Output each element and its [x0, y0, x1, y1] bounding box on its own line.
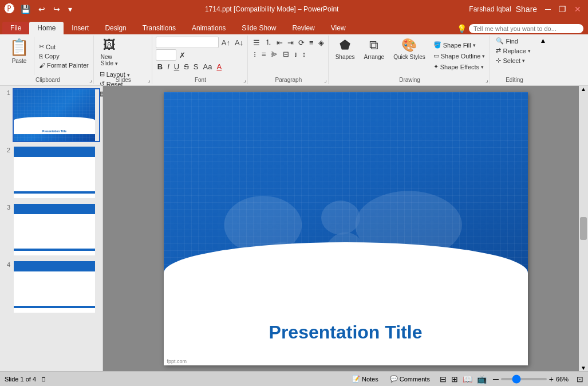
- slide-thumb-1[interactable]: Presentation Title: [13, 88, 100, 142]
- shapes-button[interactable]: ⬟ Shapes: [332, 37, 358, 61]
- arrange-button[interactable]: ⧉ Arrange: [361, 37, 388, 61]
- slide-thumb-3[interactable]: [13, 203, 100, 257]
- font-increase-button[interactable]: A↑: [220, 38, 232, 48]
- clipboard-label: Clipboard: [2, 77, 93, 83]
- title-bar-left: 🅟 💾 ↩ ↪ ▾: [5, 3, 74, 15]
- shape-effects-icon: ✦: [433, 63, 439, 70]
- new-slide-button[interactable]: 🖼 NewSlide ▾: [97, 37, 121, 68]
- redo-qat-button[interactable]: ↪: [51, 3, 62, 15]
- align-left-button[interactable]: ⫶: [251, 49, 259, 59]
- cut-button[interactable]: ✂ Cut: [37, 42, 91, 51]
- notes-button[interactable]: 📝 Notes: [349, 374, 382, 384]
- share-button[interactable]: Share: [514, 3, 539, 15]
- zoom-slider[interactable]: [501, 378, 547, 380]
- slide-thumb-2[interactable]: [13, 145, 100, 199]
- zoom-out-button[interactable]: ─: [493, 375, 499, 384]
- text-direction-button[interactable]: ⟳: [297, 38, 306, 48]
- title-bar-right: Farshad Iqbal Share ─ ❐ ✕: [469, 3, 583, 15]
- strikethrough-button[interactable]: S: [182, 62, 191, 72]
- presenter-view-button[interactable]: 📺: [475, 374, 488, 384]
- font-size-input[interactable]: [156, 49, 176, 61]
- reading-view-button[interactable]: 📖: [461, 374, 474, 384]
- canvas-area: ▲ ▼: [103, 86, 588, 371]
- slide-item-1[interactable]: 1 Presentation Title: [2, 88, 100, 142]
- zoom-in-button[interactable]: +: [549, 375, 554, 384]
- align-center-button[interactable]: ≡: [260, 49, 268, 59]
- tell-me-input[interactable]: [469, 24, 583, 33]
- select-button[interactable]: ⊹ Select ▾: [494, 56, 535, 65]
- slide-item-2[interactable]: 2: [2, 145, 100, 199]
- clear-format-button[interactable]: ✗: [177, 50, 187, 60]
- shape-outline-icon: ▭: [433, 52, 439, 60]
- shape-effects-button[interactable]: ✦ Shape Effects ▾: [431, 62, 488, 71]
- tab-transitions[interactable]: Transitions: [135, 22, 184, 34]
- numbering-button[interactable]: ⒈: [263, 37, 274, 48]
- undo-qat-button[interactable]: ↩: [36, 3, 48, 15]
- justify-button[interactable]: ⊟: [281, 49, 291, 59]
- shape-fill-button[interactable]: 🪣 Shape Fill ▾: [431, 41, 488, 49]
- tab-home[interactable]: Home: [29, 22, 64, 34]
- tab-file[interactable]: File: [2, 22, 29, 34]
- italic-button[interactable]: I: [165, 62, 171, 72]
- collapse-ribbon-button[interactable]: ▲: [538, 36, 547, 84]
- shape-outline-button[interactable]: ▭ Shape Outline ▾: [431, 52, 488, 60]
- tab-design[interactable]: Design: [97, 22, 134, 34]
- normal-view-button[interactable]: ⊟: [438, 374, 448, 384]
- slide2-thumbnail: [14, 147, 95, 198]
- bold-button[interactable]: B: [156, 62, 164, 72]
- shape-effects-label: Shape Effects: [440, 64, 479, 70]
- quick-styles-button[interactable]: 🎨 Quick Styles: [390, 37, 429, 61]
- format-painter-label: Format Painter: [47, 62, 89, 69]
- scroll-up-button[interactable]: ▲: [581, 86, 586, 92]
- scroll-thumb[interactable]: [580, 217, 587, 240]
- comments-button[interactable]: 💬 Comments: [386, 374, 433, 384]
- slide-info: Slide 1 of 4: [5, 376, 36, 383]
- zoom-level[interactable]: 66%: [556, 376, 572, 383]
- tab-view[interactable]: View: [323, 22, 354, 34]
- slide-number-2: 2: [2, 147, 10, 153]
- slide-item-4[interactable]: 4: [2, 260, 100, 314]
- copy-button[interactable]: ⎘ Copy: [37, 52, 91, 60]
- accessibility-icon[interactable]: 🗒: [41, 376, 47, 383]
- underline-button[interactable]: U: [172, 62, 181, 72]
- tab-review[interactable]: Review: [284, 22, 322, 34]
- change-case-button[interactable]: Aa: [202, 62, 214, 72]
- vertical-scrollbar[interactable]: ▲ ▼: [579, 86, 588, 371]
- slide-thumb-4[interactable]: [13, 260, 100, 314]
- tab-insert[interactable]: Insert: [64, 22, 97, 34]
- increase-indent-button[interactable]: ⇥: [286, 38, 295, 48]
- close-button[interactable]: ✕: [572, 3, 583, 15]
- font-group: A↑ A↓ ✗ B I U S S Aa A ⌟ Font: [153, 36, 248, 84]
- notes-icon: 📝: [352, 375, 360, 383]
- decrease-indent-button[interactable]: ⇤: [275, 38, 285, 48]
- tab-animations[interactable]: Animations: [184, 22, 234, 34]
- font-decrease-button[interactable]: A↓: [233, 38, 245, 48]
- font-name-input[interactable]: [156, 37, 219, 48]
- slide-title[interactable]: Presentation Title: [164, 322, 528, 343]
- replace-button[interactable]: ⇄ Replace ▾: [494, 46, 535, 55]
- user-name: Farshad Iqbal: [469, 5, 511, 13]
- slide-panel: 1 Presentation Title 2 3: [0, 86, 103, 371]
- align-text-button[interactable]: ≡: [307, 38, 315, 48]
- format-painter-button[interactable]: 🖌 Format Painter: [37, 61, 91, 69]
- columns-button[interactable]: ⫾: [292, 49, 299, 59]
- collapse-ribbon-icon[interactable]: ▲: [539, 37, 546, 45]
- minimize-button[interactable]: ─: [543, 3, 553, 15]
- slide-item-3[interactable]: 3: [2, 203, 100, 257]
- convert-smartart-button[interactable]: ◈: [317, 38, 326, 48]
- tab-slideshow[interactable]: Slide Show: [234, 22, 284, 34]
- scroll-down-button[interactable]: ▼: [581, 365, 586, 371]
- font-color-button[interactable]: A: [215, 62, 223, 72]
- shadow-button[interactable]: S: [192, 62, 200, 72]
- drawing-arrange-col: ⧉ Arrange: [361, 37, 388, 75]
- paste-button[interactable]: 📋 Paste: [5, 37, 34, 75]
- find-button[interactable]: 🔍 Find: [494, 37, 535, 45]
- restore-button[interactable]: ❐: [557, 3, 569, 15]
- align-right-button[interactable]: ⫸: [269, 49, 280, 59]
- line-spacing-button[interactable]: ↕: [301, 49, 308, 59]
- slide-sorter-button[interactable]: ⊞: [449, 374, 460, 384]
- customize-qat-button[interactable]: ▾: [66, 3, 74, 15]
- save-qat-button[interactable]: 💾: [18, 3, 33, 15]
- fit-slide-button[interactable]: ⊡: [577, 375, 583, 384]
- bullets-button[interactable]: ☰: [251, 38, 262, 48]
